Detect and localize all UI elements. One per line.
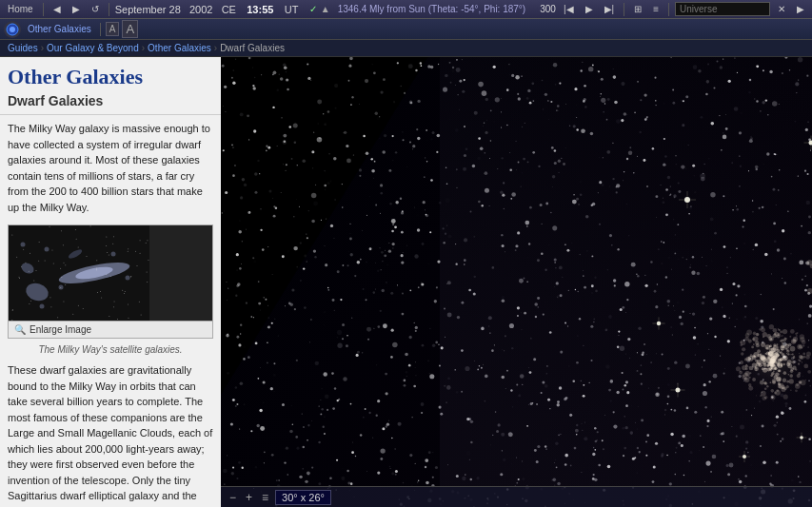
left-panel: Other Galaxies Dwarf Galaxies The Milky … — [0, 57, 221, 507]
play-button[interactable]: ▶ — [582, 3, 597, 15]
main-content: Other Galaxies Dwarf Galaxies The Milky … — [0, 57, 812, 507]
up-arrow-icon: ▲ — [321, 4, 330, 14]
sky-menu-button[interactable]: ≡ — [259, 491, 271, 504]
milky-way-diagram — [9, 225, 149, 321]
search-button[interactable]: ▶ — [793, 3, 808, 15]
separator-3 — [624, 3, 624, 16]
zoom-value: 300 — [540, 4, 556, 14]
sky-bottom-bar: − + ≡ 30° x 26° — [221, 486, 812, 507]
back-button[interactable]: ◀ — [50, 3, 65, 15]
toolbar-right: 300 |◀ ▶ ▶| ⊞ ≡ ✕ ▶ — [540, 2, 808, 16]
breadcrumb-item-guides[interactable]: Guides — [8, 43, 38, 53]
breadcrumb-sep-2: › — [142, 43, 145, 53]
sky-zoom-in-button[interactable]: + — [243, 491, 255, 504]
zoom-prev-button[interactable]: |◀ — [560, 3, 578, 15]
separator-4 — [668, 3, 669, 16]
home-button[interactable]: Home — [4, 3, 37, 15]
search-input[interactable] — [675, 2, 770, 16]
breadcrumb: Guides › Our Galaxy & Beyond › Other Gal… — [0, 40, 812, 57]
main-toolbar: Home ◀ ▶ ↺ September 28 2002 CE 13:55 UT… — [0, 0, 812, 19]
enlarge-icon: 🔍 — [14, 324, 26, 335]
breadcrumb-current: Dwarf Galaxies — [220, 43, 285, 53]
secondary-toolbar: Other Galaxies A A — [0, 19, 812, 40]
zoom-next-button[interactable]: ▶| — [601, 3, 619, 15]
guides-link[interactable]: Other Galaxies — [24, 23, 95, 35]
coords-display: 1346.4 Mly from Sun (Theta: -54°, Phi: 1… — [338, 4, 526, 14]
separator-5 — [100, 23, 101, 36]
check-icon: ✓ — [309, 4, 317, 14]
breadcrumb-item-other-galaxies[interactable]: Other Galaxies — [148, 43, 211, 53]
sky-zoom-out-button[interactable]: − — [227, 491, 239, 504]
milky-way-image-container: 🔍 Enlarge Image — [8, 224, 213, 339]
sky-view-panel: − + ≡ 30° x 26° — [221, 57, 812, 507]
breadcrumb-sep-1: › — [41, 43, 44, 53]
date-display: September 28 2002 CE — [115, 4, 236, 15]
enlarge-label: Enlarge Image — [30, 324, 91, 335]
search-clear-button[interactable]: ✕ — [774, 3, 789, 15]
grid-button[interactable]: ⊞ — [630, 3, 645, 15]
fov-display: 30° x 26° — [275, 490, 331, 505]
separator-2 — [109, 3, 109, 16]
page-title: Other Galaxies — [0, 57, 221, 91]
forward-button[interactable]: ▶ — [69, 3, 84, 15]
svg-point-1 — [10, 27, 15, 32]
app-icon — [4, 21, 21, 38]
section-title: Dwarf Galaxies — [0, 91, 221, 115]
image-caption: The Milky Way's satellite galaxies. — [0, 342, 221, 357]
timezone-display: UT — [285, 4, 299, 15]
sky-canvas[interactable] — [221, 57, 812, 507]
time-display: 13:55 — [247, 4, 273, 15]
separator-1 — [43, 3, 44, 16]
breadcrumb-sep-3: › — [214, 43, 217, 53]
paragraph-2: These dwarf galaxies are gravitationally… — [0, 357, 221, 507]
refresh-button[interactable]: ↺ — [88, 3, 103, 15]
list-button[interactable]: ≡ — [649, 3, 663, 15]
paragraph-1: The Milky Way galaxy is massive enough t… — [0, 115, 221, 221]
font-large-button[interactable]: A — [122, 20, 138, 38]
enlarge-button[interactable]: 🔍 Enlarge Image — [9, 321, 212, 338]
breadcrumb-item-galaxy[interactable]: Our Galaxy & Beyond — [47, 43, 139, 53]
font-small-button[interactable]: A — [106, 22, 120, 36]
